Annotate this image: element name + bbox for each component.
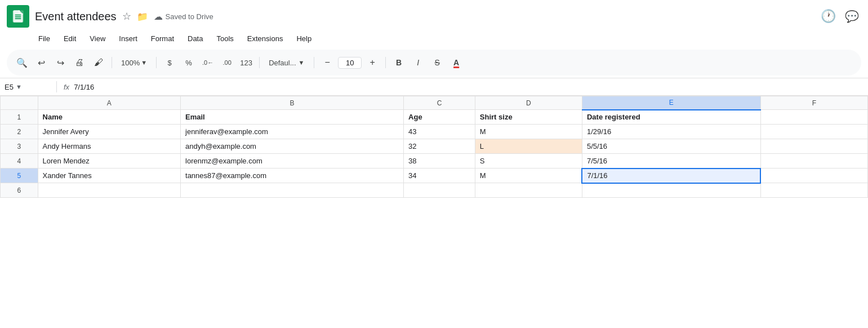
font-size-input[interactable]: 10 bbox=[338, 57, 362, 69]
cell-c4[interactable]: 38 bbox=[404, 154, 475, 169]
menu-view[interactable]: View bbox=[84, 32, 111, 45]
strikethrough-button[interactable]: S bbox=[429, 54, 446, 71]
currency-button[interactable]: $ bbox=[161, 54, 178, 71]
cell-reference-box[interactable]: E5 ▼ bbox=[5, 83, 50, 91]
title-bar: Event attendees ☆ 📁 ☁ Saved to Drive 🕐 💬 bbox=[0, 0, 868, 29]
menu-file[interactable]: File bbox=[33, 32, 56, 45]
cell-a2[interactable]: Jennifer Avery bbox=[38, 125, 180, 139]
cell-d4[interactable]: S bbox=[475, 154, 582, 169]
italic-button[interactable]: I bbox=[409, 54, 426, 71]
col-header-d[interactable]: D bbox=[475, 96, 582, 110]
fx-label: fx bbox=[64, 83, 69, 91]
table-row: 4 Loren Mendez lorenmz@example.com 38 S … bbox=[1, 154, 868, 169]
cell-f6[interactable] bbox=[760, 183, 867, 198]
cell-e1[interactable]: Date registered bbox=[582, 110, 760, 125]
cell-e6[interactable] bbox=[582, 183, 760, 198]
toolbar-divider-3 bbox=[259, 57, 260, 68]
more-formats-button[interactable]: 123 bbox=[238, 54, 255, 71]
zoom-dropdown[interactable]: 100% ▼ bbox=[117, 56, 152, 69]
row-header-5[interactable]: 5 bbox=[1, 169, 38, 183]
menu-format[interactable]: Format bbox=[145, 32, 180, 45]
row-header-3[interactable]: 3 bbox=[1, 139, 38, 154]
cell-b5[interactable]: tannes87@example.com bbox=[181, 169, 404, 183]
cell-d6[interactable] bbox=[475, 183, 582, 198]
toolbar-divider-5 bbox=[385, 57, 386, 68]
cell-c5[interactable]: 34 bbox=[404, 169, 475, 183]
cell-d5[interactable]: M bbox=[475, 169, 582, 183]
cell-d1[interactable]: Shirt size bbox=[475, 110, 582, 125]
cell-c6[interactable] bbox=[404, 183, 475, 198]
menu-help[interactable]: Help bbox=[291, 32, 317, 45]
cell-a6[interactable] bbox=[38, 183, 180, 198]
menu-edit[interactable]: Edit bbox=[58, 32, 82, 45]
print-button[interactable]: 🖨 bbox=[71, 54, 88, 71]
cell-d3[interactable]: L bbox=[475, 139, 582, 154]
row-header-4[interactable]: 4 bbox=[1, 154, 38, 169]
cell-b4[interactable]: lorenmz@example.com bbox=[181, 154, 404, 169]
cell-b1[interactable]: Email bbox=[181, 110, 404, 125]
cloud-icon: ☁ bbox=[154, 11, 163, 22]
cell-a1[interactable]: Name bbox=[38, 110, 180, 125]
col-header-f[interactable]: F bbox=[760, 96, 867, 110]
dec-increase-button[interactable]: .00 bbox=[219, 54, 235, 71]
text-color-button[interactable]: A bbox=[448, 54, 465, 71]
paint-format-button[interactable]: 🖌 bbox=[90, 54, 107, 71]
toolbar-divider-2 bbox=[156, 57, 157, 68]
star-icon[interactable]: ☆ bbox=[122, 10, 131, 23]
col-header-c[interactable]: C bbox=[404, 96, 475, 110]
cell-a5[interactable]: Xander Tannes bbox=[38, 169, 180, 183]
cell-e3[interactable]: 5/5/16 bbox=[582, 139, 760, 154]
folder-icon[interactable]: 📁 bbox=[137, 11, 148, 22]
cell-c3[interactable]: 32 bbox=[404, 139, 475, 154]
cell-e5[interactable]: 7/1/16 bbox=[582, 169, 760, 183]
undo-button[interactable]: ↩ bbox=[33, 54, 50, 71]
cell-e2[interactable]: 1/29/16 bbox=[582, 125, 760, 139]
redo-button[interactable]: ↪ bbox=[52, 54, 69, 71]
cell-e4[interactable]: 7/5/16 bbox=[582, 154, 760, 169]
table-row: 1 Name Email Age Shirt size Date registe… bbox=[1, 110, 868, 125]
cell-c2[interactable]: 43 bbox=[404, 125, 475, 139]
font-size-increase-button[interactable]: + bbox=[364, 54, 381, 71]
bold-button[interactable]: B bbox=[390, 54, 407, 71]
cell-f1[interactable] bbox=[760, 110, 867, 125]
percent-button[interactable]: % bbox=[180, 54, 197, 71]
cell-c1[interactable]: Age bbox=[404, 110, 475, 125]
menu-insert[interactable]: Insert bbox=[113, 32, 143, 45]
cell-f2[interactable] bbox=[760, 125, 867, 139]
dec-decrease-button[interactable]: .0← bbox=[199, 54, 216, 71]
row-header-6[interactable]: 6 bbox=[1, 183, 38, 198]
cell-f5[interactable] bbox=[760, 169, 867, 183]
spreadsheet-container: A B C D E F 1 Name Email Age Shirt size … bbox=[0, 96, 868, 198]
title-right: 🕐 💬 bbox=[821, 9, 859, 24]
toolbar: 🔍 ↩ ↪ 🖨 🖌 100% ▼ $ % .0← .00 123 Defaul.… bbox=[7, 50, 861, 76]
font-family-dropdown[interactable]: Defaul... ▼ bbox=[264, 56, 309, 69]
menu-extensions[interactable]: Extensions bbox=[242, 32, 289, 45]
formula-bar-divider bbox=[56, 81, 57, 92]
table-row: 6 bbox=[1, 183, 868, 198]
formula-content[interactable]: 7/1/16 bbox=[74, 83, 863, 91]
menu-tools[interactable]: Tools bbox=[211, 32, 239, 45]
cell-f3[interactable] bbox=[760, 139, 867, 154]
svg-rect-2 bbox=[15, 18, 21, 19]
doc-title: Event attendees bbox=[35, 10, 117, 23]
cell-f4[interactable] bbox=[760, 154, 867, 169]
cell-b2[interactable]: jenniferav@example.com bbox=[181, 125, 404, 139]
comments-icon[interactable]: 💬 bbox=[845, 10, 859, 23]
history-icon[interactable]: 🕐 bbox=[821, 9, 836, 24]
menu-data[interactable]: Data bbox=[182, 32, 208, 45]
cell-a4[interactable]: Loren Mendez bbox=[38, 154, 180, 169]
row-header-2[interactable]: 2 bbox=[1, 125, 38, 139]
row-header-1[interactable]: 1 bbox=[1, 110, 38, 125]
svg-rect-3 bbox=[15, 15, 21, 16]
saved-status: ☁ Saved to Drive bbox=[154, 11, 213, 22]
col-header-e[interactable]: E bbox=[582, 96, 760, 110]
col-header-a[interactable]: A bbox=[38, 96, 180, 110]
font-size-decrease-button[interactable]: − bbox=[319, 54, 336, 71]
cell-a3[interactable]: Andy Hermans bbox=[38, 139, 180, 154]
col-header-b[interactable]: B bbox=[181, 96, 404, 110]
cell-d2[interactable]: M bbox=[475, 125, 582, 139]
cell-b6[interactable] bbox=[181, 183, 404, 198]
cell-ref-chevron-icon[interactable]: ▼ bbox=[16, 83, 22, 90]
cell-b3[interactable]: andyh@example.com bbox=[181, 139, 404, 154]
search-button[interactable]: 🔍 bbox=[14, 54, 30, 71]
